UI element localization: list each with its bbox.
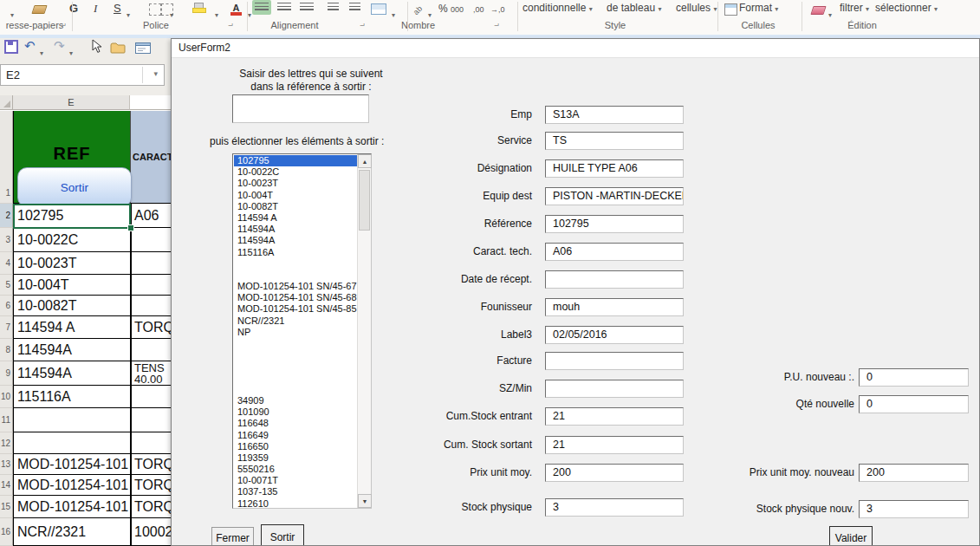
cell-f[interactable] bbox=[130, 252, 171, 275]
list-item[interactable]: 101090 bbox=[234, 406, 357, 418]
cell-e[interactable]: 102795 bbox=[13, 204, 130, 228]
userform-window-icon[interactable] bbox=[135, 42, 151, 57]
format-as-table-button[interactable]: de tableau bbox=[607, 2, 661, 14]
field-input[interactable]: 02/05/2016 bbox=[545, 326, 684, 344]
redo-caret[interactable] bbox=[69, 43, 73, 59]
cell-e[interactable]: 114594A bbox=[13, 361, 130, 386]
comma-style-button[interactable]: 000 bbox=[451, 5, 464, 14]
list-item[interactable]: 114594 A bbox=[234, 212, 357, 224]
bold-button[interactable]: G bbox=[69, 2, 78, 15]
column-header-f[interactable] bbox=[130, 95, 171, 110]
borders-caret[interactable] bbox=[170, 7, 173, 20]
row-header[interactable]: 15 bbox=[0, 496, 13, 518]
police-dialog-launcher[interactable]: ⌐ bbox=[228, 21, 233, 30]
row-header[interactable]: 3 bbox=[0, 228, 13, 252]
list-item[interactable] bbox=[234, 361, 357, 372]
decrease-indent-icon[interactable] bbox=[323, 0, 342, 15]
list-item[interactable]: 114594A bbox=[234, 235, 357, 246]
cell-f[interactable] bbox=[130, 275, 171, 296]
field-input[interactable]: HUILE TYPE A06 bbox=[545, 159, 684, 178]
list-item[interactable]: 116648 bbox=[234, 418, 357, 429]
field-input[interactable]: 200 bbox=[859, 464, 969, 482]
row-header[interactable]: 11 bbox=[0, 408, 13, 432]
list-item[interactable]: 112610 bbox=[234, 498, 357, 510]
scrollbar-thumb[interactable] bbox=[359, 170, 370, 231]
scroll-down-icon[interactable]: ▼ bbox=[358, 494, 372, 508]
orientation-caret[interactable] bbox=[428, 7, 432, 20]
cell-f[interactable] bbox=[130, 228, 171, 252]
list-item[interactable] bbox=[234, 270, 357, 281]
conditional-formatting-button[interactable]: conditionnelle bbox=[522, 2, 593, 14]
undo-icon[interactable]: ↶ bbox=[24, 38, 36, 54]
cell-e[interactable]: 10-0022C bbox=[13, 228, 130, 252]
list-item[interactable]: 116650 bbox=[234, 441, 357, 452]
list-item[interactable]: 102795 bbox=[234, 155, 357, 166]
fermer-button[interactable]: Fermer bbox=[211, 527, 254, 546]
clear-eraser-icon[interactable] bbox=[812, 4, 825, 17]
cell-f[interactable]: 10002 bbox=[130, 518, 171, 546]
merge-center-caret[interactable] bbox=[392, 7, 395, 20]
sort-filter-button[interactable]: filtrer bbox=[840, 2, 869, 14]
field-input[interactable]: 102795 bbox=[545, 215, 684, 233]
cell-f[interactable] bbox=[130, 432, 171, 454]
cell-e[interactable]: MOD-101254-101 bbox=[13, 454, 130, 475]
row-header[interactable]: 13 bbox=[0, 454, 13, 475]
name-box[interactable]: E2 ▾ bbox=[0, 64, 165, 86]
list-item[interactable]: MOD-101254-101 SN/45-85 bbox=[234, 303, 357, 315]
userform-titlebar[interactable]: UserForm2 bbox=[172, 39, 979, 58]
list-item[interactable]: NCR//2321 bbox=[234, 315, 357, 327]
cell-e[interactable]: NCR//2321 bbox=[13, 518, 130, 546]
cell-e[interactable]: 115116A bbox=[13, 386, 130, 408]
list-item[interactable]: 10-004T bbox=[234, 190, 357, 201]
select-all-corner[interactable] bbox=[0, 95, 13, 110]
list-item[interactable] bbox=[234, 373, 357, 384]
list-item[interactable]: 10-0023T bbox=[234, 178, 357, 189]
row-header[interactable]: 5 bbox=[0, 275, 13, 296]
decrease-decimal-button[interactable]: →,0 bbox=[490, 5, 505, 14]
cell-f[interactable] bbox=[130, 386, 171, 408]
sheet-sortir-button[interactable]: Sortir bbox=[17, 167, 132, 207]
list-item[interactable]: 34909 bbox=[234, 395, 357, 406]
row-header[interactable]: 10 bbox=[0, 386, 13, 408]
cell-e[interactable] bbox=[13, 408, 130, 432]
cell-e[interactable]: 114594A bbox=[13, 339, 130, 361]
row-header[interactable]: 14 bbox=[0, 475, 13, 496]
cell-f[interactable] bbox=[130, 339, 171, 361]
cell-f[interactable]: TORQ bbox=[130, 454, 171, 475]
row-header-1[interactable]: 1 bbox=[0, 111, 13, 204]
list-item[interactable]: MOD-101254-101 SN/45-67 bbox=[234, 281, 357, 292]
list-item[interactable]: 10-0071T bbox=[234, 475, 357, 486]
cell-f[interactable]: TORQ bbox=[130, 475, 171, 496]
list-item[interactable]: 114594A bbox=[234, 224, 357, 235]
align-right-button[interactable] bbox=[297, 0, 316, 15]
list-item[interactable] bbox=[234, 349, 357, 361]
orientation-icon[interactable]: ab bbox=[413, 3, 422, 16]
list-item[interactable]: 116649 bbox=[234, 430, 357, 441]
fill-color-icon[interactable] bbox=[192, 3, 204, 16]
valider-button[interactable]: Valider bbox=[829, 526, 873, 546]
format-painter-icon[interactable] bbox=[33, 3, 46, 16]
cell-f[interactable]: TORQ bbox=[130, 316, 171, 339]
increase-decimal-button[interactable]: ,00 bbox=[473, 5, 484, 14]
cell-e[interactable] bbox=[13, 432, 130, 454]
list-item[interactable]: 119359 bbox=[234, 452, 357, 464]
find-select-button[interactable]: sélectionner bbox=[875, 2, 938, 14]
clear-caret[interactable] bbox=[828, 7, 832, 20]
format-icon[interactable] bbox=[724, 3, 737, 18]
fill-color-caret[interactable] bbox=[215, 7, 218, 20]
cell-e[interactable]: 10-0082T bbox=[13, 296, 130, 316]
field-input[interactable]: S13A bbox=[545, 106, 684, 124]
field-input[interactable]: 3 bbox=[859, 500, 969, 518]
align-left-button[interactable] bbox=[252, 0, 271, 15]
font-color-caret[interactable] bbox=[248, 7, 251, 20]
field-input[interactable] bbox=[545, 270, 684, 289]
list-item[interactable]: 10-0022C bbox=[234, 166, 357, 178]
row-header[interactable]: 16 bbox=[0, 518, 13, 546]
field-input[interactable]: TS bbox=[545, 132, 684, 150]
alignement-dialog-launcher[interactable]: ⌐ bbox=[360, 21, 365, 30]
cell-f[interactable]: A06 bbox=[130, 204, 171, 228]
cell-f[interactable]: TORQ bbox=[130, 496, 171, 518]
clipboard-dialog-launcher[interactable]: ⌐ bbox=[61, 21, 66, 30]
open-folder-icon[interactable] bbox=[110, 42, 126, 57]
list-item[interactable] bbox=[234, 258, 357, 270]
